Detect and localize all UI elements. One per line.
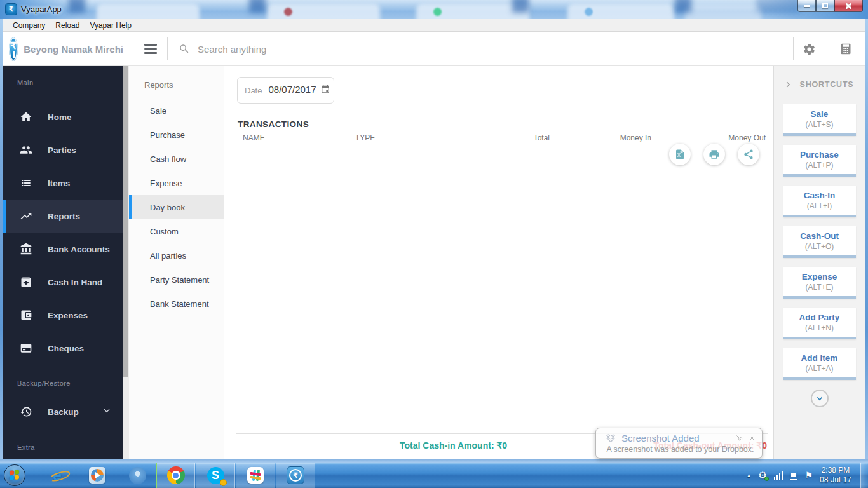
windows-logo-icon <box>10 470 20 481</box>
date-filter[interactable]: Date 08/07/2017 <box>237 77 334 104</box>
column-money-out: Money Out <box>728 133 766 142</box>
taskbar-media-player[interactable] <box>87 465 107 485</box>
notification-settings-icon[interactable] <box>736 435 743 442</box>
show-desktop-button[interactable] <box>860 463 868 488</box>
skype-icon: S <box>207 467 224 484</box>
transactions-table-header: NAME TYPE Total Money In Money Out <box>224 133 773 145</box>
column-total: Total <box>534 133 550 142</box>
taskbar-skype[interactable]: S <box>196 463 235 488</box>
calculator-button[interactable] <box>837 41 854 57</box>
sidebar-item-cash-in-hand[interactable]: Cash In Hand <box>3 266 123 299</box>
vyapar-taskbar-icon: ₹ <box>287 466 304 484</box>
tray-document-icon[interactable] <box>790 471 797 480</box>
reports-nav-item-bank-statement[interactable]: Bank Statement <box>129 292 224 316</box>
show-hidden-icons-button[interactable]: ▲ <box>747 473 752 478</box>
internet-explorer-icon: e <box>53 466 61 484</box>
dropbox-notification[interactable]: Screenshot Added A screenshot was added … <box>595 428 763 459</box>
report-actions <box>669 144 759 165</box>
print-button[interactable] <box>703 144 725 165</box>
sidebar-section-main: Main <box>17 66 123 86</box>
background-browser-tab <box>567 4 674 19</box>
action-center-flag-icon[interactable]: ⚑ <box>804 470 813 480</box>
calendar-icon[interactable] <box>320 84 330 94</box>
home-icon <box>20 111 32 123</box>
sidebar-item-items[interactable]: Items <box>3 166 123 200</box>
notification-close-icon[interactable] <box>749 435 756 442</box>
column-type: TYPE <box>355 133 375 142</box>
chevron-down-icon <box>815 394 824 403</box>
reports-nav-item-all-parties[interactable]: All parties <box>129 243 224 268</box>
shortcut-cash-in-button[interactable]: Cash-In (ALT+I) <box>783 186 856 217</box>
minimize-button[interactable] <box>797 0 816 12</box>
reports-nav-item-party-statement[interactable]: Party Statement <box>129 268 224 292</box>
taskbar-clock[interactable]: 2:38 PM 08-Jul-17 <box>820 466 851 485</box>
shortcut-add-party-button[interactable]: Add Party (ALT+N) <box>783 308 856 339</box>
menu-item-company[interactable]: Company <box>8 20 50 31</box>
transactions-title: TRANSACTIONS <box>238 119 309 129</box>
reports-nav-item-sale[interactable]: Sale <box>129 98 224 123</box>
maximize-button[interactable] <box>816 0 834 12</box>
shortcut-add-item-button[interactable]: Add Item (ALT+A) <box>783 348 856 380</box>
chromium-icon <box>129 467 146 484</box>
menu-bar: Company Reload Vyapar Help <box>3 19 865 32</box>
taskbar-vyapar[interactable]: ₹ <box>276 463 315 488</box>
reports-nav-item-purchase[interactable]: Purchase <box>129 123 224 147</box>
titlebar-glass-patch <box>512 0 529 13</box>
shortcut-expense-button[interactable]: Expense (ALT+E) <box>783 267 856 299</box>
shortcuts-title: SHORTCUTS <box>800 80 854 89</box>
reports-nav-scrollbar[interactable] <box>123 66 129 459</box>
trending-up-icon <box>20 210 32 222</box>
search-input[interactable] <box>198 44 553 55</box>
sidebar-item-backup[interactable]: Backup <box>3 395 123 428</box>
reports-nav-item-day-book[interactable]: Day book <box>129 195 224 219</box>
sidebar-item-bank-accounts[interactable]: Bank Accounts <box>3 233 123 266</box>
notification-body: A screenshot was added to your Dropbox. <box>605 445 756 454</box>
background-tab-favicon <box>433 8 442 16</box>
clock-date: 08-Jul-17 <box>820 475 851 485</box>
settings-button[interactable] <box>801 41 817 57</box>
taskbar-slack[interactable] <box>236 463 275 488</box>
cash-box-icon <box>20 276 32 288</box>
desktop: ₹ VyaparApp Company Reload Vyapar Help ₹… <box>0 0 868 488</box>
sidebar-item-parties[interactable]: Parties <box>3 133 123 166</box>
date-input[interactable]: 08/07/2017 <box>268 84 330 97</box>
sidebar-item-reports[interactable]: Reports <box>3 200 123 233</box>
menu-item-reload[interactable]: Reload <box>50 20 85 31</box>
reports-nav-item-custom[interactable]: Custom <box>129 219 224 243</box>
shortcut-cash-out-button[interactable]: Cash-Out (ALT+O) <box>783 226 856 258</box>
company-brand[interactable]: ₹ Beyong Namak Mirchi <box>3 32 123 66</box>
window-titlebar[interactable]: ₹ VyaparApp <box>0 0 868 19</box>
header-divider <box>167 37 168 60</box>
sidebar-item-cheques[interactable]: Cheques <box>3 332 123 365</box>
close-button[interactable] <box>834 0 863 12</box>
start-button[interactable] <box>4 464 25 486</box>
reports-nav-item-cash-flow[interactable]: Cash flow <box>129 147 224 171</box>
main-sidebar: Main Home Parties Items Reports Bank Acc… <box>3 66 123 459</box>
reports-nav: Reports Sale Purchase Cash flow Expense … <box>129 66 224 459</box>
scrollbar-thumb[interactable] <box>123 66 128 377</box>
sidebar-item-home[interactable]: Home <box>3 100 123 133</box>
share-button[interactable] <box>738 144 759 165</box>
chevron-down-icon[interactable] <box>102 406 111 417</box>
shortcut-purchase-button[interactable]: Purchase (ALT+P) <box>783 145 856 177</box>
app-body: Main Home Parties Items Reports Bank Acc… <box>3 66 865 459</box>
taskbar-chrome[interactable] <box>156 463 195 488</box>
export-excel-button[interactable] <box>669 144 691 165</box>
app-header: ₹ Beyong Namak Mirchi <box>3 32 865 66</box>
company-name: Beyong Namak Mirchi <box>24 44 123 55</box>
titlebar-glass-patch <box>675 0 691 13</box>
taskbar-chromium[interactable] <box>127 465 147 485</box>
sidebar-item-expenses[interactable]: Expenses <box>3 299 123 332</box>
shortcuts-more-button[interactable] <box>811 390 829 407</box>
reports-nav-item-expense[interactable]: Expense <box>129 171 224 195</box>
window-title: VyaparApp <box>21 4 62 14</box>
shortcut-sale-button[interactable]: Sale (ALT+S) <box>783 104 856 136</box>
menu-item-vyapar-help[interactable]: Vyapar Help <box>85 20 137 31</box>
hamburger-menu-icon[interactable] <box>144 44 157 54</box>
shortcuts-panel: SHORTCUTS Sale (ALT+S) Purchase (ALT+P) … <box>773 66 865 459</box>
taskbar-internet-explorer[interactable]: e <box>47 465 67 485</box>
updates-tray-icon[interactable]: ⚙ <box>758 470 766 481</box>
shortcuts-collapse[interactable]: SHORTCUTS <box>783 80 856 89</box>
network-signal-icon[interactable] <box>774 471 783 480</box>
cheque-card-icon <box>20 342 32 355</box>
